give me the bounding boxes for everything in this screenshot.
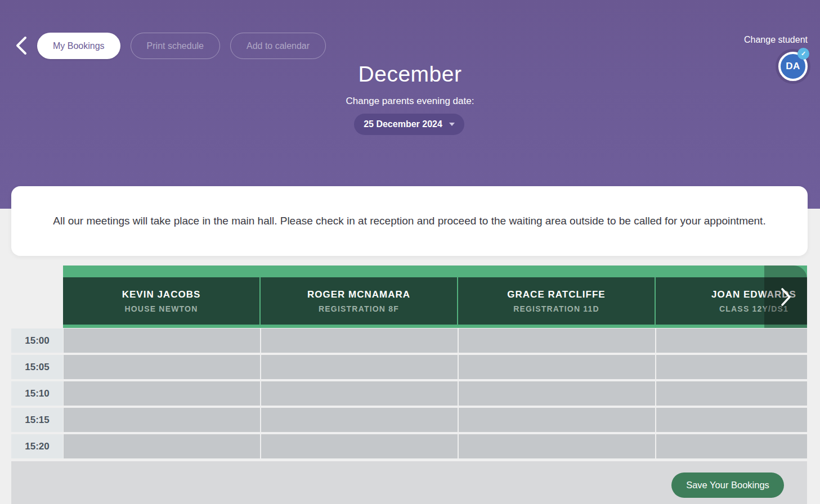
caret-down-icon [449, 123, 455, 126]
slot-cell[interactable] [261, 328, 458, 353]
slot-cell[interactable] [656, 408, 807, 432]
teacher-group: REGISTRATION 8F [319, 304, 399, 313]
selected-date-label: 25 December 2024 [364, 119, 442, 129]
tab-print-schedule[interactable]: Print schedule [131, 33, 220, 59]
slot-cell[interactable] [459, 408, 655, 432]
page-title: December [0, 62, 820, 87]
slot-cell[interactable] [656, 328, 807, 353]
slot-cell[interactable] [64, 328, 260, 353]
slot-cell[interactable] [459, 328, 655, 353]
timeslot-grid: 15:00 15:05 15:10 [11, 328, 807, 458]
save-bookings-button[interactable]: Save Your Bookings [671, 472, 784, 498]
date-prompt-label: Change parents evening date: [0, 96, 820, 107]
teacher-name: GRACE RATCLIFFE [507, 289, 605, 300]
selected-student-badge: ✓ [797, 48, 809, 60]
teacher-name: KEVIN JACOBS [122, 289, 201, 300]
slot-cell[interactable] [64, 434, 260, 458]
timeslot-row: 15:05 [11, 355, 807, 379]
teacher-name: ROGER MCNAMARA [307, 289, 410, 300]
notice-text: All our meetings will take place in the … [30, 215, 788, 227]
time-label: 15:00 [11, 328, 63, 353]
slot-cell[interactable] [656, 381, 807, 406]
slot-cell[interactable] [64, 408, 260, 432]
chevron-right-icon [778, 287, 793, 307]
parents-evening-page: My Bookings Print schedule Add to calend… [0, 0, 820, 504]
header-tabs: My Bookings Print schedule Add to calend… [37, 33, 326, 59]
back-button[interactable] [11, 36, 32, 56]
timeslot-row: 15:10 [11, 381, 807, 406]
slot-cell[interactable] [261, 381, 458, 406]
slot-cell[interactable] [459, 381, 655, 406]
teacher-column-roger-mcnamara: ROGER MCNAMARA REGISTRATION 8F [261, 277, 457, 325]
teacher-group: REGISTRATION 11D [513, 304, 599, 313]
check-icon: ✓ [801, 50, 806, 57]
slot-cell[interactable] [656, 355, 807, 379]
schedule-header: KEVIN JACOBS HOUSE NEWTON ROGER MCNAMARA… [63, 266, 807, 328]
date-selector[interactable]: 25 December 2024 [354, 114, 464, 135]
slot-cell[interactable] [261, 408, 458, 432]
time-label: 15:15 [11, 408, 63, 432]
scroll-next-button[interactable] [764, 266, 807, 328]
time-label: 15:05 [11, 355, 63, 379]
timeslot-row: 15:00 [11, 328, 807, 353]
slot-cell[interactable] [261, 434, 458, 458]
teacher-columns: KEVIN JACOBS HOUSE NEWTON ROGER MCNAMARA… [63, 277, 807, 325]
slot-cell[interactable] [261, 355, 458, 379]
teacher-column-grace-ratcliffe: GRACE RATCLIFFE REGISTRATION 11D [458, 277, 655, 325]
teacher-column-kevin-jacobs: KEVIN JACOBS HOUSE NEWTON [63, 277, 259, 325]
timeslot-row: 15:20 [11, 434, 807, 458]
notice-card: All our meetings will take place in the … [11, 186, 808, 256]
slot-cell[interactable] [656, 434, 807, 458]
slot-cell[interactable] [459, 355, 655, 379]
chevron-left-icon [15, 36, 28, 55]
footer-band: Save Your Bookings [11, 461, 807, 504]
tab-my-bookings[interactable]: My Bookings [37, 33, 120, 59]
slot-cell[interactable] [459, 434, 655, 458]
slot-cell[interactable] [64, 381, 260, 406]
change-student-link[interactable]: Change student [744, 35, 808, 45]
teacher-group: HOUSE NEWTON [124, 304, 198, 313]
tab-add-to-calendar[interactable]: Add to calendar [230, 33, 326, 59]
slot-cell[interactable] [64, 355, 260, 379]
timeslot-row: 15:15 [11, 408, 807, 432]
header-banner: My Bookings Print schedule Add to calend… [0, 0, 820, 209]
time-label: 15:10 [11, 381, 63, 406]
time-label: 15:20 [11, 434, 63, 458]
